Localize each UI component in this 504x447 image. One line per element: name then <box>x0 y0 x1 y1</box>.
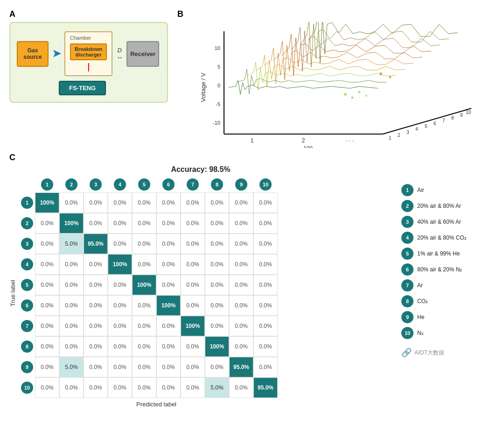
row-header-cell: 10 <box>19 377 35 398</box>
breakdown-label: Breakdowndischarger <box>75 46 102 57</box>
matrix-cell: 0.0% <box>132 295 156 316</box>
matrix-cell: 0.0% <box>59 254 84 275</box>
legend-badge: 8 <box>401 295 413 307</box>
chart-3d-container: 10 5 0 -5 -10 Voltage / V 1 2 · · · 1 2 … <box>177 22 495 148</box>
matrix-cell: 100% <box>156 295 181 316</box>
svg-text:9: 9 <box>460 113 463 118</box>
legend-item: 8CO₂ <box>401 295 495 307</box>
matrix-cell: 0.0% <box>253 192 278 213</box>
col-header-cell: 7 <box>181 178 205 191</box>
matrix-cell: 0.0% <box>84 295 108 316</box>
legend-badge: 10 <box>401 327 413 339</box>
accuracy-title: Accuracy: 98.5% <box>9 165 392 174</box>
svg-text:1: 1 <box>251 137 254 144</box>
matrix-cell: 0.0% <box>156 234 181 254</box>
matrix-cell: 0.0% <box>229 234 253 254</box>
matrix-and-xlabels: 12345678910 12345678910 100%0.0%0.0%0.0%… <box>19 178 278 408</box>
col-header-cell: 2 <box>59 178 84 191</box>
matrix-cell: 0.0% <box>132 254 156 275</box>
legend-badge: 2 <box>401 200 413 212</box>
matrix-cell: 0.0% <box>132 336 156 357</box>
row-header-cell: 8 <box>19 336 35 357</box>
matrix-cell: 5.0% <box>205 377 229 398</box>
row-header-cell: 4 <box>19 254 35 275</box>
col-header-cell: 1 <box>35 178 59 191</box>
matrix-wrapper: True label 12345678910 12345678910 100%0… <box>9 178 392 408</box>
matrix-cell: 0.0% <box>156 275 181 295</box>
legend-item: 9He <box>401 311 495 323</box>
col-header-badge: 2 <box>65 178 77 191</box>
matrix-cell: 0.0% <box>253 357 278 377</box>
col-header-badge: 7 <box>187 178 199 191</box>
panel-c-label: C <box>9 153 495 163</box>
svg-point-26 <box>365 95 367 97</box>
matrix-cell: 0.0% <box>108 357 132 377</box>
matrix-cell: 0.0% <box>253 234 278 254</box>
row-header-badge: 4 <box>21 258 33 270</box>
matrix-cell: 0.0% <box>59 336 84 357</box>
diagram-top-row: Gas source ➤ Chamber Breakdowndischarger <box>17 31 161 76</box>
matrix-cell: 0.0% <box>108 295 132 316</box>
svg-text:8: 8 <box>451 115 454 121</box>
matrix-cell: 0.0% <box>229 213 253 234</box>
legend-item: 51% air & 99% He <box>401 248 495 260</box>
row-header-badge: 10 <box>21 382 33 394</box>
top-row: A Gas source ➤ Chamber Breakdowndischarg… <box>9 9 495 148</box>
panel-c-content: Accuracy: 98.5% True label 12345678910 1… <box>9 165 495 408</box>
matrix-rows: 12345678910 100%0.0%0.0%0.0%0.0%0.0%0.0%… <box>19 192 278 398</box>
matrix-cell: 0.0% <box>84 213 108 234</box>
matrix-cell: 0.0% <box>84 357 108 377</box>
svg-text:2: 2 <box>398 133 400 138</box>
matrix-cell: 0.0% <box>108 213 132 234</box>
matrix-cell: 0.0% <box>229 254 253 275</box>
legend-label: N₂ <box>417 330 424 336</box>
row-header-badge: 8 <box>21 341 33 353</box>
svg-text:3: 3 <box>406 130 409 135</box>
panel-b: B 10 5 0 -5 -10 Voltage <box>177 9 495 148</box>
matrix-cell: 95.0% <box>84 234 108 254</box>
matrix-cell: 100% <box>108 254 132 275</box>
svg-text:-10: -10 <box>213 120 220 126</box>
row-headers: 12345678910 <box>19 192 35 398</box>
row-header-cell: 3 <box>19 234 35 254</box>
matrix-cell: 0.0% <box>84 336 108 357</box>
chart-3d-svg: 10 5 0 -5 -10 Voltage / V 1 2 · · · 1 2 … <box>177 22 495 148</box>
col-header-cell: 5 <box>132 178 156 191</box>
svg-text:5: 5 <box>217 64 220 70</box>
matrix-cell: 0.0% <box>229 295 253 316</box>
col-header-cell: 10 <box>253 178 278 191</box>
matrix-cell: 0.0% <box>84 254 108 275</box>
matrix-cell: 0.0% <box>156 336 181 357</box>
panel-a: A Gas source ➤ Chamber Breakdowndischarg… <box>9 9 168 103</box>
gas-source-arrow: ➤ <box>52 48 61 60</box>
matrix-cell: 0.0% <box>253 254 278 275</box>
svg-text:6: 6 <box>434 121 436 126</box>
matrix-cell: 0.0% <box>132 357 156 377</box>
svg-text:10: 10 <box>466 110 471 115</box>
row-header-badge: 5 <box>21 279 33 291</box>
legend-area: 1Air220% air & 80% Ar340% air & 60% Ar42… <box>401 165 495 358</box>
matrix-row: 0.0%0.0%0.0%100%0.0%0.0%0.0%0.0%0.0%0.0% <box>35 254 278 275</box>
col-header-cell: 8 <box>205 178 229 191</box>
d-arrows: ↔ <box>116 54 123 61</box>
matrix-row: 100%0.0%0.0%0.0%0.0%0.0%0.0%0.0%0.0%0.0% <box>35 192 278 213</box>
svg-line-1 <box>383 108 471 134</box>
col-header-cell: 4 <box>108 178 132 191</box>
matrix-cell: 0.0% <box>59 295 84 316</box>
svg-text:5: 5 <box>425 124 427 129</box>
col-header-cell: 6 <box>156 178 181 191</box>
matrix-cell: 0.0% <box>35 295 59 316</box>
svg-text:100: 100 <box>303 145 313 148</box>
row-header-badge: 6 <box>21 299 33 312</box>
matrix-cell: 0.0% <box>181 192 205 213</box>
matrix-cell: 0.0% <box>108 377 132 398</box>
matrix-cell: 0.0% <box>205 234 229 254</box>
matrix-cell: 0.0% <box>181 275 205 295</box>
svg-text:· · ·: · · · <box>346 137 354 144</box>
matrix-cell: 0.0% <box>132 316 156 336</box>
matrix-cell: 0.0% <box>108 336 132 357</box>
matrix-row: 0.0%0.0%0.0%0.0%0.0%0.0%0.0%100%0.0%0.0% <box>35 336 278 357</box>
svg-text:4: 4 <box>415 127 418 132</box>
col-header-badge: 8 <box>211 178 223 191</box>
legend-item: 1Air <box>401 184 495 196</box>
